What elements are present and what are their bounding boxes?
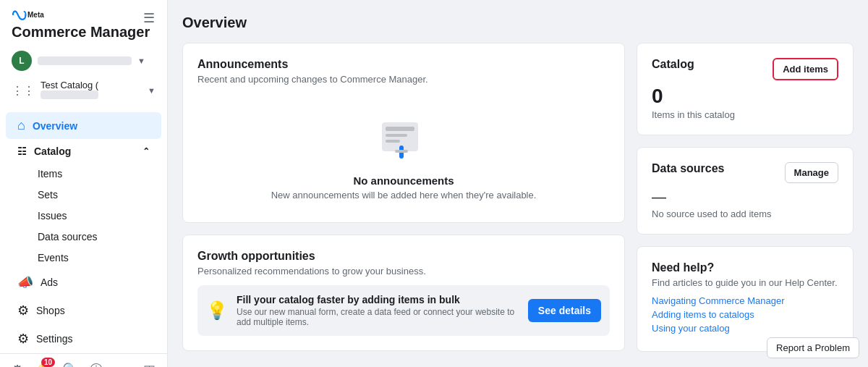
data-sources-card: Data sources Manage — No source used to …	[637, 147, 854, 235]
meta-logo-svg: Meta	[12, 9, 48, 20]
overview-label: Overview	[33, 120, 77, 132]
sets-label: Sets	[38, 189, 58, 201]
announcements-body: No announcements New announcements will …	[197, 93, 610, 208]
issues-label: Issues	[38, 210, 67, 222]
settings-bottom-icon[interactable]: ⚙	[12, 362, 23, 367]
content-grid: Announcements Recent and upcoming change…	[182, 43, 854, 352]
svg-rect-2	[386, 127, 414, 131]
ads-icon: 📣	[17, 274, 33, 290]
shops-icon: ⚙	[17, 303, 29, 319]
growth-bulb-icon: 💡	[206, 300, 228, 321]
svg-text:Meta: Meta	[27, 11, 44, 19]
see-details-button[interactable]: See details	[528, 299, 601, 322]
sidebar-bottom: ⚙ 🔔 10 🔍 ⓘ ◫	[0, 353, 167, 367]
catalog-count-label: Items in this catalog	[652, 109, 838, 120]
help-link-0[interactable]: Navigating Commerce Manager	[652, 295, 838, 306]
catalog-selector[interactable]: ⋮⋮ Test Catalog ( ▼	[0, 75, 167, 106]
sidebar-item-catalog[interactable]: ☷ Catalog ⌃	[6, 140, 161, 163]
growth-item-title: Fill your catalog faster by adding items…	[237, 294, 519, 305]
account-name	[38, 56, 132, 65]
data-sources-dash: —	[652, 189, 838, 206]
help-link-1[interactable]: Adding items to catalogs	[652, 309, 838, 320]
sidebar-item-ads[interactable]: 📣 Ads	[6, 269, 161, 296]
add-items-button[interactable]: Add items	[773, 58, 838, 80]
home-icon: ⌂	[17, 118, 25, 133]
catalog-sub-nav: Items Sets Issues Data sources Events	[0, 164, 167, 268]
notifications-icon[interactable]: 🔔 10	[35, 362, 51, 367]
data-sources-empty-text: No source used to add items	[652, 208, 838, 219]
ads-label: Ads	[41, 277, 58, 288]
catalog-label: Catalog	[34, 145, 71, 157]
data-sources-label: Data sources	[38, 231, 97, 242]
announcements-subtitle: Recent and upcoming changes to Commerce …	[197, 74, 610, 85]
manage-button[interactable]: Manage	[785, 162, 838, 183]
sidebar-item-items[interactable]: Items	[6, 164, 161, 184]
main-content: Overview Announcements Recent and upcomi…	[168, 0, 868, 367]
sidebar-header: Meta ☰ Commerce Manager	[0, 0, 167, 46]
right-column: Catalog Add items 0 Items in this catalo…	[637, 43, 854, 352]
grid-icon: ⋮⋮	[12, 84, 35, 98]
svg-rect-3	[386, 134, 407, 137]
hamburger-menu[interactable]: ☰	[143, 10, 155, 26]
sidebar-item-issues[interactable]: Issues	[6, 206, 161, 226]
sidebar-item-events[interactable]: Events	[6, 248, 161, 268]
sidebar-item-overview[interactable]: ⌂ Overview	[6, 112, 161, 139]
report-problem-container: Report a Problem	[767, 337, 859, 358]
help-link-2[interactable]: Using your catalog	[652, 323, 838, 334]
sidebar-item-settings[interactable]: ⚙ Settings	[6, 325, 161, 353]
catalog-name-blur	[41, 90, 98, 99]
no-announcements-text: New announcements will be added here whe…	[271, 190, 537, 201]
announcements-card: Announcements Recent and upcoming change…	[182, 43, 625, 223]
catalog-name-label: Test Catalog (	[41, 80, 142, 101]
toggle-sidebar-icon[interactable]: ◫	[143, 362, 156, 367]
growth-text: Fill your catalog faster by adding items…	[237, 294, 519, 327]
page-title: Overview	[182, 14, 854, 31]
sidebar-item-sets[interactable]: Sets	[6, 185, 161, 205]
growth-card: Growth opportunities Personalized recomm…	[182, 235, 625, 351]
catalog-count: 0	[652, 86, 838, 106]
account-dropdown-arrow: ▼	[137, 56, 145, 65]
growth-title: Growth opportunities	[197, 250, 610, 263]
left-column: Announcements Recent and upcoming change…	[182, 43, 625, 352]
growth-subtitle: Personalized recommendations to grow you…	[197, 266, 610, 277]
data-sources-title: Data sources	[652, 162, 725, 175]
settings-label: Settings	[36, 333, 73, 345]
report-problem-button[interactable]: Report a Problem	[767, 337, 859, 358]
sidebar: Meta ☰ Commerce Manager L ▼ ⋮⋮ Test Cata…	[0, 0, 168, 367]
sidebar-item-shops[interactable]: ⚙ Shops	[6, 297, 161, 324]
help-subtitle: Find articles to guide you in our Help C…	[652, 277, 838, 288]
catalog-icon: ☷	[17, 145, 27, 157]
sidebar-nav: ⌂ Overview ☷ Catalog ⌃ Items Sets Issues…	[0, 111, 167, 353]
announcement-illustration	[375, 108, 433, 166]
catalog-dropdown-arrow: ▼	[148, 86, 156, 95]
growth-item: 💡 Fill your catalog faster by adding ite…	[197, 285, 610, 336]
svg-rect-4	[386, 140, 400, 143]
help-title: Need help?	[652, 261, 838, 274]
help-card: Need help? Find articles to guide you in…	[637, 246, 854, 352]
catalog-card-header: Catalog Add items	[652, 58, 838, 80]
events-label: Events	[38, 252, 69, 263]
search-icon[interactable]: 🔍	[62, 362, 78, 367]
app-title: Commerce Manager	[12, 23, 156, 41]
account-selector[interactable]: L ▼	[0, 46, 167, 75]
catalog-card-title: Catalog	[652, 58, 694, 71]
no-announcements-title: No announcements	[353, 174, 454, 187]
avatar: L	[12, 51, 32, 71]
meta-logo: Meta	[12, 9, 48, 20]
notification-badge: 10	[41, 358, 55, 367]
help-icon[interactable]: ⓘ	[90, 361, 103, 367]
sidebar-item-data-sources[interactable]: Data sources	[6, 227, 161, 247]
shops-label: Shops	[36, 305, 65, 316]
catalog-chevron: ⌃	[142, 146, 150, 156]
catalog-card: Catalog Add items 0 Items in this catalo…	[637, 43, 854, 135]
items-label: Items	[38, 168, 62, 180]
data-sources-header: Data sources Manage	[652, 162, 838, 183]
growth-item-desc: Use our new manual form, create a data f…	[237, 307, 519, 327]
announcements-title: Announcements	[197, 58, 610, 71]
settings-icon: ⚙	[17, 331, 29, 347]
svg-rect-6	[395, 150, 408, 153]
